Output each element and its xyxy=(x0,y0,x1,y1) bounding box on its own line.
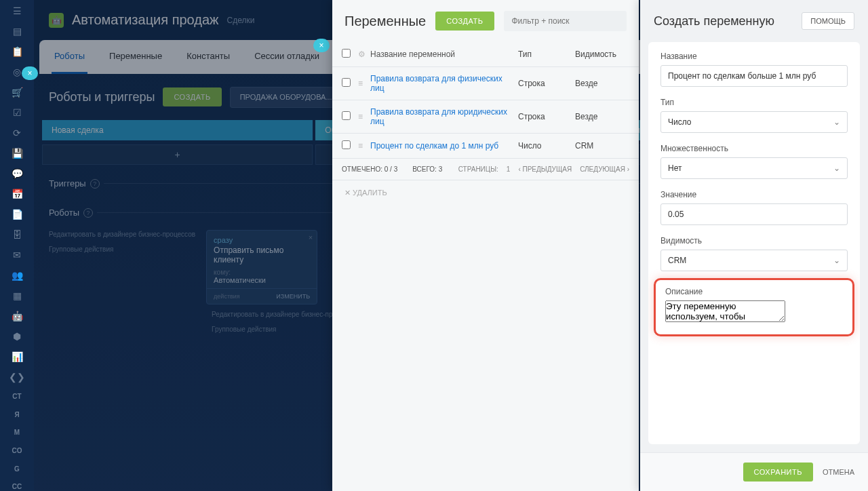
mult-select[interactable]: Нет xyxy=(660,157,848,179)
variable-link[interactable]: Правила возврата для физических лиц xyxy=(370,74,518,93)
flow-icon[interactable]: ⟳ xyxy=(10,127,24,138)
name-input[interactable] xyxy=(660,65,848,87)
clipboard-icon[interactable]: 📋 xyxy=(10,46,24,57)
chart-icon[interactable]: 📊 xyxy=(10,351,24,362)
row-checkbox[interactable] xyxy=(342,140,351,149)
mail-icon[interactable]: ✉ xyxy=(10,250,24,260)
row-checkbox[interactable] xyxy=(342,78,351,87)
table-row: ≡ Правила возврата для юридических лиц С… xyxy=(332,100,639,134)
value-label: Значение xyxy=(660,190,848,199)
prev-page[interactable]: ‹ ПРЕДЫДУЩАЯ xyxy=(518,165,572,173)
table-row: ≡ Правила возврата для физических лиц Ст… xyxy=(332,67,639,100)
variables-table: ⚙ Название переменной Тип Видимость ≡ Пр… xyxy=(332,42,639,180)
create-variable-button[interactable]: СОЗДАТЬ xyxy=(435,12,494,31)
calendar-icon[interactable]: 📅 xyxy=(10,189,24,199)
filter-icon[interactable]: ▤ xyxy=(10,26,24,37)
name-label: Название xyxy=(660,52,848,61)
drag-icon[interactable]: ≡ xyxy=(358,141,370,151)
mult-label: Множественность xyxy=(660,144,848,153)
sidebar-cc[interactable]: CC xyxy=(10,482,24,491)
next-page[interactable]: СЛЕДУЮЩАЯ › xyxy=(580,165,629,173)
drag-icon[interactable]: ≡ xyxy=(358,79,370,88)
desc-label: Описание xyxy=(665,287,843,296)
variable-link[interactable]: Процент по сделкам до 1 млн руб xyxy=(370,141,518,151)
variables-panel: Переменные СОЗДАТЬ × ⚙ Название переменн… xyxy=(332,0,639,491)
save-icon[interactable]: 💾 xyxy=(10,148,24,159)
check-icon[interactable]: ☑ xyxy=(10,107,24,118)
type-label: Тип xyxy=(660,98,848,107)
desc-textarea[interactable] xyxy=(665,300,785,322)
save-button[interactable]: СОХРАНИТЬ xyxy=(743,463,813,482)
select-all-checkbox[interactable] xyxy=(342,49,351,58)
cart-icon[interactable]: 🛒 xyxy=(10,87,24,98)
row-checkbox[interactable] xyxy=(342,111,351,120)
variable-link[interactable]: Правила возврата для юридических лиц xyxy=(370,107,518,126)
cancel-button[interactable]: ОТМЕНА xyxy=(823,468,854,476)
cube-icon[interactable]: ⬢ xyxy=(10,331,24,342)
variables-title: Переменные xyxy=(344,14,426,29)
drag-icon[interactable]: ≡ xyxy=(358,112,370,121)
vis-label: Видимость xyxy=(660,236,848,246)
table-row: ≡ Процент по сделкам до 1 млн руб Число … xyxy=(332,134,639,159)
people-icon[interactable]: 👥 xyxy=(10,270,24,281)
close-pill-icon[interactable]: × xyxy=(313,39,330,52)
value-input[interactable] xyxy=(660,203,848,225)
search-input[interactable] xyxy=(504,11,627,31)
sidebar-ct[interactable]: CT xyxy=(10,392,24,401)
robot-nav-icon[interactable]: 🤖 xyxy=(10,311,24,321)
help-button[interactable]: ПОМОЩЬ xyxy=(802,12,854,30)
type-select[interactable]: Число xyxy=(660,111,848,133)
create-variable-panel: Создать переменную ПОМОЩЬ Название Тип Ч… xyxy=(640,0,868,491)
gear-icon[interactable]: ⚙ xyxy=(358,50,370,59)
code-icon[interactable]: ❮❯ xyxy=(10,372,24,382)
sidebar-co[interactable]: CO xyxy=(10,446,24,455)
doc-icon[interactable]: 📄 xyxy=(10,209,24,220)
sidebar-m[interactable]: M xyxy=(10,428,24,437)
table-footer: ОТМЕЧЕНО: 0 / 3 ВСЕГО: 3 СТРАНИЦЫ: 1 ‹ П… xyxy=(332,159,639,180)
drawer-icon[interactable]: 🗄 xyxy=(10,229,24,240)
panel-title: Создать переменную xyxy=(654,14,774,28)
table-header: ⚙ Название переменной Тип Видимость xyxy=(332,42,639,67)
delete-button[interactable]: ✕ УДАЛИТЬ xyxy=(332,180,639,205)
close-pill-icon[interactable]: × xyxy=(22,66,38,80)
description-highlight: Описание xyxy=(654,278,854,336)
menu-icon[interactable]: ☰ xyxy=(10,5,24,16)
chat-icon[interactable]: 💬 xyxy=(10,168,24,179)
sidebar-g[interactable]: G xyxy=(10,465,24,473)
grid-icon[interactable]: ▦ xyxy=(10,290,24,301)
vis-select[interactable]: CRM xyxy=(660,250,848,271)
sidebar-ya[interactable]: Я xyxy=(10,410,24,419)
